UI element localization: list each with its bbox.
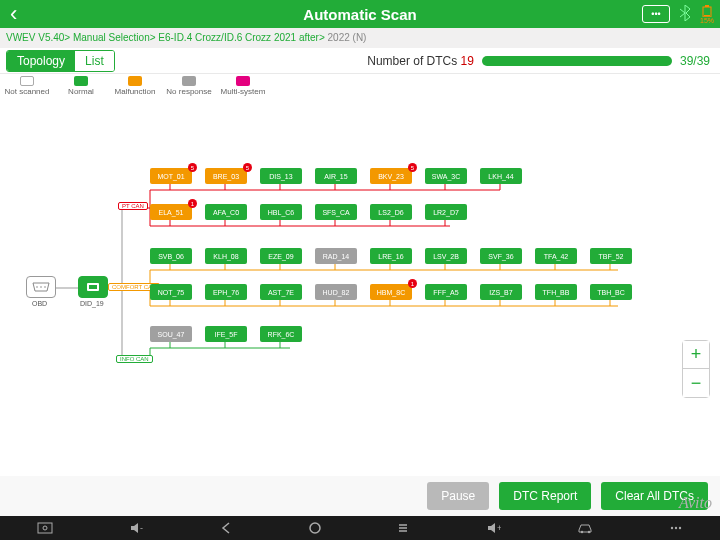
ecu-node-rad_14[interactable]: RAD_14 [315,248,357,264]
ecu-node-sou_47[interactable]: SOU_47 [150,326,192,342]
ecu-node-bre_03[interactable]: BRE_035 [205,168,247,184]
svg-point-14 [588,531,590,533]
android-navbar: - + [0,516,720,540]
svg-point-16 [674,527,676,529]
ecu-node-klh_08[interactable]: KLH_08 [205,248,247,264]
volume-up-icon[interactable]: + [485,521,501,535]
svg-point-5 [44,286,46,288]
svg-text:-: - [140,523,143,533]
bus-label-pt-can: PT CAN [118,202,148,210]
ecu-node-ife_5f[interactable]: IFE_5F [205,326,247,342]
ecu-node-mot_01[interactable]: MOT_015 [150,168,192,184]
nav-home-icon[interactable] [308,521,322,535]
swatch-multi-system [236,76,250,86]
nav-back-icon[interactable] [219,521,233,535]
car-icon[interactable] [576,521,594,535]
breadcrumb-current: 2022 (N) [325,32,367,43]
svg-point-4 [40,286,42,288]
title-bar: ‹ Automatic Scan ••• 15% [0,0,720,28]
ecu-node-rfk_6c[interactable]: RFK_6C [260,326,302,342]
svg-point-13 [581,531,583,533]
ecu-node-fff_a5[interactable]: FFF_A5 [425,284,467,300]
obd-connector-icon [26,276,56,298]
ecu-node-hbl_c6[interactable]: HBL_C6 [260,204,302,220]
nav-recent-icon[interactable] [396,521,410,535]
swatch-not-scanned [20,76,34,86]
dtc-badge: 5 [188,163,197,172]
ecu-node-swa_3c[interactable]: SWA_3C [425,168,467,184]
ecu-node-ela_51[interactable]: ELA_511 [150,204,192,220]
svg-rect-8 [38,523,52,533]
zoom-in-button[interactable]: + [683,341,709,369]
svg-point-15 [670,527,672,529]
ecu-node-sfs_ca[interactable]: SFS_CA [315,204,357,220]
ecu-node-eph_76[interactable]: EPH_76 [205,284,247,300]
back-icon[interactable]: ‹ [10,1,17,27]
breadcrumb-path: VWEV V5.40> Manual Selection> E6-ID.4 Cr… [6,32,325,43]
watermark: Avito [679,494,712,512]
battery-percent: 15% [700,17,714,24]
status-legend: Not scanned Normal Malfunction No respon… [0,74,720,100]
ecu-node-ast_7e[interactable]: AST_7E [260,284,302,300]
ecu-node-air_15[interactable]: AIR_15 [315,168,357,184]
bus-label-info-can: INFO CAN [116,355,153,363]
ecu-node-tfa_42[interactable]: TFA_42 [535,248,577,264]
ecu-node-svb_06[interactable]: SVB_06 [150,248,192,264]
zoom-out-button[interactable]: − [683,369,709,397]
ecu-node-lkh_44[interactable]: LKH_44 [480,168,522,184]
ecu-node-lr2_d7[interactable]: LR2_D7 [425,204,467,220]
ecu-node-lre_16[interactable]: LRE_16 [370,248,412,264]
dtc-badge: 1 [188,199,197,208]
svg-point-17 [678,527,680,529]
page-title: Automatic Scan [303,6,416,23]
obd-label: OBD [32,300,47,307]
view-tabs: Topology List [6,50,115,72]
ecu-node-afa_c0[interactable]: AFA_C0 [205,204,247,220]
gateway-label: DID_19 [80,300,104,307]
zoom-controls: + − [682,340,710,398]
ecu-node-hbm_8c[interactable]: HBM_8C1 [370,284,412,300]
screenshot-icon[interactable] [37,521,53,535]
chat-icon[interactable]: ••• [642,5,670,23]
ecu-node-lsv_2b[interactable]: LSV_2B [425,248,467,264]
volume-down-icon[interactable]: - [128,521,144,535]
ecu-node-svf_36[interactable]: SVF_36 [480,248,522,264]
ecu-node-tbh_bc[interactable]: TBH_BC [590,284,632,300]
ecu-node-eze_09[interactable]: EZE_09 [260,248,302,264]
svg-point-11 [310,523,320,533]
bluetooth-icon [680,5,690,24]
ecu-node-bkv_23[interactable]: BKV_235 [370,168,412,184]
ecu-node-tfh_bb[interactable]: TFH_BB [535,284,577,300]
ecu-node-hud_82[interactable]: HUD_82 [315,284,357,300]
svg-rect-1 [705,5,709,7]
dtc-report-button[interactable]: DTC Report [499,482,591,510]
sub-toolbar: Topology List Number of DTCs 19 39/39 [0,48,720,74]
tab-list[interactable]: List [75,51,114,71]
svg-text:+: + [497,523,501,533]
dtc-badge: 5 [408,163,417,172]
swatch-normal [74,76,88,86]
svg-point-9 [43,526,47,530]
dtc-count-value: 19 [461,54,474,68]
topology-canvas[interactable]: OBD DID_19 PT CAN COMFORT CAN INFO CAN M… [0,100,720,480]
breadcrumb: VWEV V5.40> Manual Selection> E6-ID.4 Cr… [0,28,720,48]
dtc-badge: 5 [243,163,252,172]
gateway-icon[interactable] [78,276,108,298]
svg-point-3 [36,286,38,288]
scan-progress-text: 39/39 [680,54,710,68]
action-bar: Pause DTC Report Clear All DTCs [0,476,720,516]
ecu-node-tbf_52[interactable]: TBF_52 [590,248,632,264]
ecu-node-ls2_d6[interactable]: LS2_D6 [370,204,412,220]
ecu-node-dis_13[interactable]: DIS_13 [260,168,302,184]
svg-rect-7 [89,285,97,289]
dtc-count-label: Number of DTCs 19 [367,54,474,68]
tab-topology[interactable]: Topology [7,51,75,71]
scan-progress [482,56,672,66]
battery-indicator: 15% [700,5,714,24]
ecu-node-not_75[interactable]: NOT_75 [150,284,192,300]
pause-button[interactable]: Pause [427,482,489,510]
dtc-badge: 1 [408,279,417,288]
ecu-node-izs_b7[interactable]: IZS_B7 [480,284,522,300]
swatch-malfunction [128,76,142,86]
more-icon[interactable] [669,521,683,535]
